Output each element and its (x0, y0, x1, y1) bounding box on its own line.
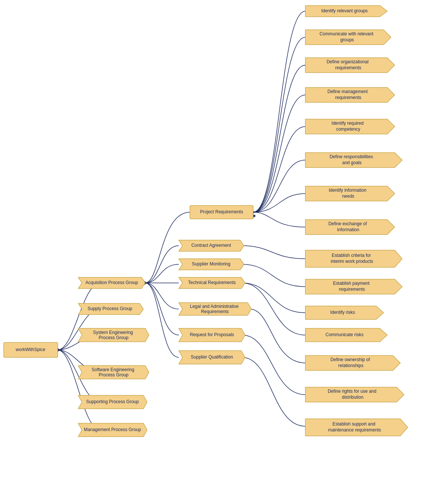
pr-label: Project Requirements (200, 209, 243, 214)
cr-node: Communicate risks (305, 328, 387, 342)
door-node: Define ownership of relationships (305, 356, 400, 370)
acq-label: Acquisition Process Group (85, 280, 138, 285)
cwrg-node: Communicate with relevant groups (305, 30, 391, 45)
spp-label: Supporting Process Group (86, 399, 139, 404)
sq-label: Supplier Qualification (191, 354, 233, 360)
dmr-node: Define management requirements (305, 87, 395, 102)
sq-node: Supplier Qualification (179, 351, 245, 364)
sm-label: Supplier Monitoring (192, 261, 230, 267)
ca-node: Contract Agreement (179, 240, 244, 251)
mgt-label: Management Process Group (84, 427, 141, 432)
drag-node: Define responsibilities and goals (305, 153, 402, 168)
esam-node: Establish support and maintenance requir… (305, 419, 408, 436)
irc-node: Identify required competency (305, 119, 395, 134)
acq-node: Acquisition Process Group (78, 277, 145, 289)
irg-label: Identify relevant groups (321, 8, 368, 13)
drfud-node: Define rights for use and distribution (305, 387, 404, 402)
swe-node: Software Engineering Process Group (78, 366, 149, 379)
lar-node: Legal and Administrative Requirements (179, 303, 251, 315)
mind-map-svg: workWithSpice Acquisition Process Group … (0, 0, 448, 478)
iin-node: Identify information needs (305, 186, 395, 201)
epr-node: Establish payment requirements (305, 279, 402, 294)
spp-node: Supporting Process Group (78, 395, 147, 409)
sm-node: Supplier Monitoring (179, 259, 244, 270)
sup-node: Supply Process Group (78, 303, 143, 315)
rfp-node: Request for Proposals (179, 328, 245, 342)
ir-label: Identify risks (330, 310, 355, 315)
sup-label: Supply Process Group (88, 306, 132, 311)
eciwp-node: Establish criteria for interim work prod… (305, 250, 402, 267)
root-node: workWithSpice (4, 342, 58, 357)
mgt-node: Management Process Group (78, 423, 147, 437)
cr-label: Communicate risks (325, 332, 363, 337)
sys-label: System Engineering Process Group (93, 330, 134, 340)
dor-node: Define organizational requirements (305, 58, 395, 73)
rfp-label: Request for Proposals (190, 332, 234, 337)
pr-node: Project Requirements (190, 205, 253, 219)
tr-node: Technical Requirements (179, 277, 245, 289)
sys-node: System Engineering Process Group (78, 328, 149, 342)
ca-label: Contract Agreement (191, 243, 231, 248)
dei-node: Define exchange of information (305, 220, 395, 235)
irg-node: Identify relevant groups (305, 6, 387, 17)
ir-node: Identify risks (305, 306, 384, 319)
root-label: workWithSpice (15, 347, 45, 352)
tr-label: Technical Requirements (188, 280, 236, 285)
